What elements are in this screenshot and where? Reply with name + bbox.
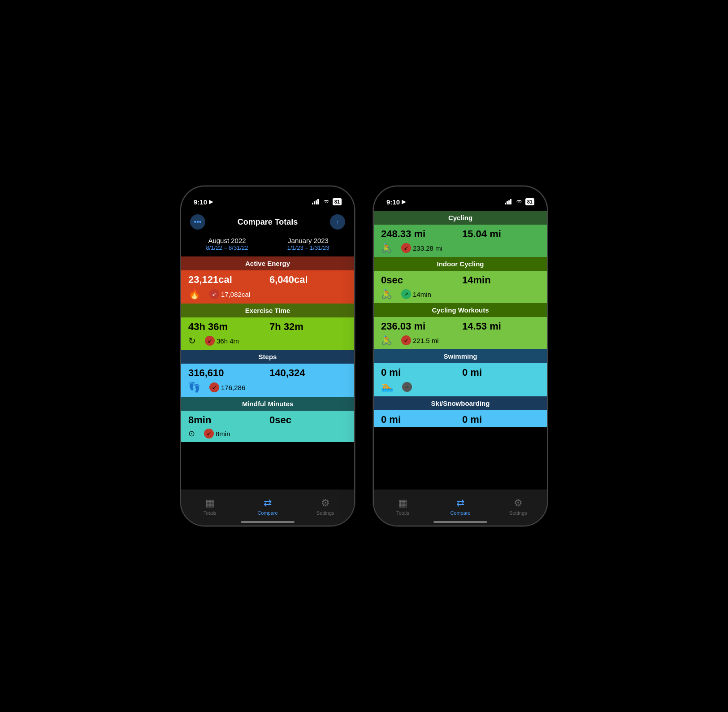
exercise-val1: 43h 36m: [188, 321, 266, 333]
cycling-workouts-header: Cycling Workouts: [374, 303, 547, 317]
location-icon: ▶: [209, 199, 213, 205]
down-arrow-icon: ↙: [209, 289, 219, 299]
home-indicator-1: [241, 521, 295, 523]
exercise-time-header: Exercise Time: [181, 304, 354, 317]
app-header-1: ••• Compare Totals ↑: [181, 211, 354, 235]
totals-tab-icon: ▦: [205, 497, 215, 509]
tab-compare-1[interactable]: ⇄ Compare: [239, 490, 297, 518]
tab-totals-1[interactable]: ▦ Totals: [181, 490, 239, 518]
active-energy-diff: 🔥 ↙ 17,082cal: [181, 287, 354, 304]
fire-icon: 🔥: [188, 288, 200, 300]
steps-diff-val: ↙ 176,286: [209, 382, 245, 392]
phones-container: 9:10 ▶ 81 •••: [180, 186, 548, 526]
date-col-1[interactable]: August 2022 8/1/22 – 8/31/22: [188, 237, 266, 251]
svg-rect-3: [317, 199, 319, 204]
swimming-val2: 0 mi: [462, 367, 540, 378]
cycling-workouts-icon: 🚴: [381, 335, 392, 346]
cycling-header: Cycling: [374, 211, 547, 225]
down-arrow-icon-2: ↙: [205, 336, 215, 346]
indoor-cycling-val2: 14min: [462, 274, 540, 286]
mindful-diff-val: ↙ 8min: [204, 429, 230, 438]
date-main-2: January 2023: [269, 237, 347, 244]
indoor-cycling-header: Indoor Cycling: [374, 257, 547, 271]
cycling-workouts-val2: 14.53 mi: [462, 321, 540, 332]
cycling-values: 248.33 mi 15.04 mi: [374, 225, 547, 242]
signal-icon: [312, 198, 320, 206]
share-icon: ↑: [336, 218, 339, 226]
swimming-diff: 🏊 ↔: [374, 380, 547, 396]
tab-settings-1[interactable]: ⚙ Settings: [296, 490, 354, 518]
cycling-diff-val: ↙ 233.28 mi: [401, 243, 442, 253]
active-energy-values: 23,121cal 6,040cal: [181, 270, 354, 287]
date-main-1: August 2022: [188, 237, 266, 244]
time-display-1: 9:10: [194, 198, 207, 206]
tab-totals-2[interactable]: ▦ Totals: [374, 490, 432, 518]
exercise-diff-val: ↙ 36h 4m: [205, 336, 239, 346]
home-indicator-2: [433, 521, 487, 523]
indoor-cycling-icon: 🚴: [381, 289, 392, 300]
indoor-cycling-diff: 🚴 ↗ 14min: [374, 288, 547, 303]
cycling-val2: 15.04 mi: [462, 228, 540, 240]
section-exercise-time: Exercise Time 43h 36m 7h 32m ↻ ↙ 36h 4m: [181, 304, 354, 350]
time-display-2: 9:10: [386, 198, 400, 206]
cycling-workouts-diff: 🚴 ↙ 221.5 mi: [374, 334, 547, 349]
settings-tab-icon-2: ⚙: [514, 497, 523, 509]
ski-header: Ski/Snowboarding: [374, 396, 547, 410]
date-col-2[interactable]: January 2023 1/1/23 – 1/31/23: [269, 237, 347, 251]
svg-rect-2: [316, 200, 317, 204]
page-title-1: Compare Totals: [238, 217, 298, 227]
tab-bar-1: ▦ Totals ⇄ Compare ⚙ Settings: [181, 490, 354, 525]
steps-val2: 140,324: [269, 367, 347, 379]
indoor-cycling-values: 0sec 14min: [374, 271, 547, 288]
cycling-workouts-values: 236.03 mi 14.53 mi: [374, 317, 547, 334]
cycling-workouts-val1: 236.03 mi: [381, 321, 459, 332]
share-button[interactable]: ↑: [330, 214, 345, 230]
steps-header: Steps: [181, 350, 354, 364]
menu-icon: •••: [194, 218, 202, 226]
compare-tab-label-2: Compare: [450, 510, 470, 516]
swimming-header: Swimming: [374, 349, 547, 363]
battery-icon-1: 81: [333, 198, 342, 205]
section-ski-snowboarding: Ski/Snowboarding 0 mi 0 mi: [374, 396, 547, 427]
settings-tab-icon: ⚙: [321, 497, 330, 509]
cycling-icon: 🚴: [381, 243, 392, 253]
tab-settings-2[interactable]: ⚙ Settings: [489, 490, 547, 518]
active-energy-header: Active Energy: [181, 256, 354, 270]
svg-rect-7: [510, 199, 511, 204]
battery-icon-2: 81: [525, 198, 534, 205]
section-indoor-cycling: Indoor Cycling 0sec 14min 🚴 ↗ 14min: [374, 257, 547, 303]
phone-1: 9:10 ▶ 81 •••: [180, 186, 355, 526]
svg-rect-0: [312, 203, 313, 204]
equal-arrow-icon: ↔: [402, 382, 412, 392]
cycling-workouts-diff-val: ↙ 221.5 mi: [401, 335, 439, 345]
signal-icon-2: [505, 198, 513, 206]
indoor-cycling-diff-val: ↗ 14min: [401, 289, 431, 299]
steps-values: 316,610 140,324: [181, 364, 354, 381]
exercise-icon: ↻: [188, 335, 196, 346]
wifi-icon: [323, 198, 330, 206]
exercise-val2: 7h 32m: [269, 321, 347, 333]
down-arrow-icon-4: ↙: [204, 429, 214, 438]
tab-compare-2[interactable]: ⇄ Compare: [432, 490, 490, 518]
footprints-icon: 👣: [188, 382, 200, 393]
ski-values: 0 mi 0 mi: [374, 410, 547, 427]
mindful-diff: ⊙ ↙ 8min: [181, 428, 354, 442]
status-icons-2: 81: [505, 198, 534, 206]
dynamic-island-2: [433, 192, 487, 207]
indoor-cycling-val1: 0sec: [381, 274, 459, 286]
section-active-energy: Active Energy 23,121cal 6,040cal 🔥 ↙ 17,…: [181, 256, 354, 304]
cycling-diff: 🚴 ↙ 233.28 mi: [374, 242, 547, 257]
totals-tab-label-2: Totals: [396, 510, 409, 516]
status-time-2: 9:10 ▶: [386, 198, 406, 206]
dynamic-island: [241, 192, 295, 207]
location-icon-2: ▶: [402, 199, 406, 205]
mindful-icon: ⊙: [188, 429, 195, 438]
date-comparison-row: August 2022 8/1/22 – 8/31/22 January 202…: [181, 235, 354, 256]
active-energy-val1: 23,121cal: [188, 274, 266, 286]
section-cycling-workouts: Cycling Workouts 236.03 mi 14.53 mi 🚴 ↙ …: [374, 303, 547, 349]
section-steps: Steps 316,610 140,324 👣 ↙ 176,286: [181, 350, 354, 397]
settings-tab-label-2: Settings: [509, 510, 527, 516]
menu-button[interactable]: •••: [190, 214, 205, 230]
svg-rect-1: [314, 201, 315, 204]
down-arrow-icon-3: ↙: [209, 382, 219, 392]
